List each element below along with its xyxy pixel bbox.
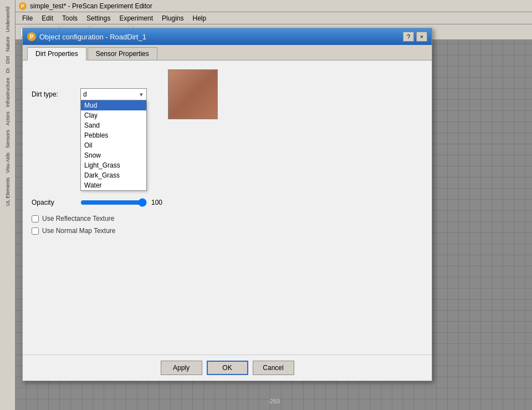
- menu-tools[interactable]: Tools: [58, 13, 82, 23]
- menubar: File Edit Tools Settings Experiment Plug…: [16, 12, 532, 24]
- use-normalmap-checkbox[interactable]: [32, 227, 39, 235]
- sidebar-item-dirt[interactable]: Dirt: [4, 54, 12, 66]
- slider-container: 100: [80, 197, 168, 208]
- dropdown-item-water[interactable]: Water: [81, 180, 146, 190]
- tab-dirt-properties[interactable]: Dirt Properties: [27, 47, 86, 60]
- opacity-row: Opacity 100: [32, 197, 423, 208]
- sidebar: Underworld Nature Dirt Di Infrastructure…: [0, 0, 16, 410]
- dropdown-item-mud[interactable]: Mud: [81, 100, 146, 110]
- cancel-button[interactable]: Cancel: [253, 361, 294, 375]
- use-normalmap-label: Use Normal Map Texture: [42, 227, 116, 235]
- dropdown-item-dark-grass[interactable]: Dark_Grass: [81, 170, 146, 180]
- dirt-type-label: Dirt type:: [32, 90, 76, 98]
- dirt-type-row: Dirt type: d ▼ Mud Clay Sand Pebbles Oil…: [32, 69, 423, 119]
- dialog-titlebar: P Object configuration - RoadDirt_1 ? ×: [23, 28, 432, 45]
- menu-file[interactable]: File: [18, 13, 37, 23]
- ruler-label: -260: [268, 398, 280, 404]
- sidebar-item-infrastructure[interactable]: Infrastructure: [4, 75, 12, 109]
- opacity-label: Opacity: [32, 199, 76, 206]
- use-normalmap-row: Use Normal Map Texture: [32, 227, 423, 235]
- chevron-down-icon: ▼: [139, 92, 144, 98]
- app-titlebar: P simple_test* - PreScan Experiment Edit…: [16, 0, 532, 12]
- dialog-footer: Apply OK Cancel: [23, 355, 432, 381]
- dialog-title-text: Object configuration - RoadDirt_1: [39, 33, 146, 41]
- dropdown-item-sand[interactable]: Sand: [81, 120, 146, 130]
- ok-button[interactable]: OK: [207, 361, 248, 375]
- dropdown-item-clay[interactable]: Clay: [81, 110, 146, 120]
- sidebar-item-underworld[interactable]: Underworld: [4, 4, 12, 34]
- dirt-type-dropdown[interactable]: d ▼: [80, 88, 147, 100]
- sidebar-item-visuaids[interactable]: Visu Aids: [4, 150, 12, 175]
- menu-experiment[interactable]: Experiment: [115, 13, 157, 23]
- sidebar-item-actors[interactable]: Actors: [4, 109, 12, 128]
- dialog-close-button[interactable]: ×: [416, 32, 427, 42]
- dialog-object-configuration: P Object configuration - RoadDirt_1 ? × …: [22, 28, 432, 381]
- dropdown-item-snow[interactable]: Snow: [81, 150, 146, 160]
- dropdown-value: d: [83, 90, 87, 98]
- opacity-value: 100: [151, 199, 168, 206]
- dropdown-container: d ▼ Mud Clay Sand Pebbles Oil Snow Light…: [80, 88, 147, 100]
- menu-edit[interactable]: Edit: [37, 13, 58, 23]
- app-icon: P: [19, 2, 27, 10]
- dialog-controls: ? ×: [403, 32, 427, 42]
- use-reflectance-checkbox[interactable]: [32, 215, 39, 222]
- sidebar-item-sensors[interactable]: Sensors: [4, 128, 12, 150]
- dropdown-item-light-grass[interactable]: Light_Grass: [81, 160, 146, 170]
- apply-button[interactable]: Apply: [161, 361, 202, 375]
- menu-plugins[interactable]: Plugins: [157, 13, 188, 23]
- dialog-icon: P: [27, 32, 36, 41]
- dialog-tabs: Dirt Properties Sensor Properties: [23, 45, 432, 60]
- dropdown-list: Mud Clay Sand Pebbles Oil Snow Light_Gra…: [80, 100, 147, 191]
- dialog-content: Dirt type: d ▼ Mud Clay Sand Pebbles Oil…: [23, 60, 432, 355]
- opacity-slider[interactable]: [80, 197, 147, 208]
- sidebar-item-di[interactable]: Di: [4, 66, 12, 75]
- dialog-title-left: P Object configuration - RoadDirt_1: [27, 32, 146, 41]
- menu-settings[interactable]: Settings: [82, 13, 115, 23]
- app-title: simple_test* - PreScan Experiment Editor: [30, 2, 152, 10]
- dropdown-item-oil[interactable]: Oil: [81, 140, 146, 150]
- dropdown-item-pebbles[interactable]: Pebbles: [81, 130, 146, 140]
- sidebar-item-ulelements[interactable]: UL Elements: [4, 175, 12, 208]
- use-reflectance-label: Use Reflectance Texture: [42, 215, 115, 222]
- menu-help[interactable]: Help: [188, 13, 211, 23]
- tab-sensor-properties[interactable]: Sensor Properties: [88, 47, 157, 60]
- dirt-preview-image: [168, 69, 218, 119]
- use-reflectance-row: Use Reflectance Texture: [32, 215, 423, 222]
- dialog-help-button[interactable]: ?: [403, 32, 414, 42]
- sidebar-item-nature[interactable]: Nature: [4, 34, 12, 54]
